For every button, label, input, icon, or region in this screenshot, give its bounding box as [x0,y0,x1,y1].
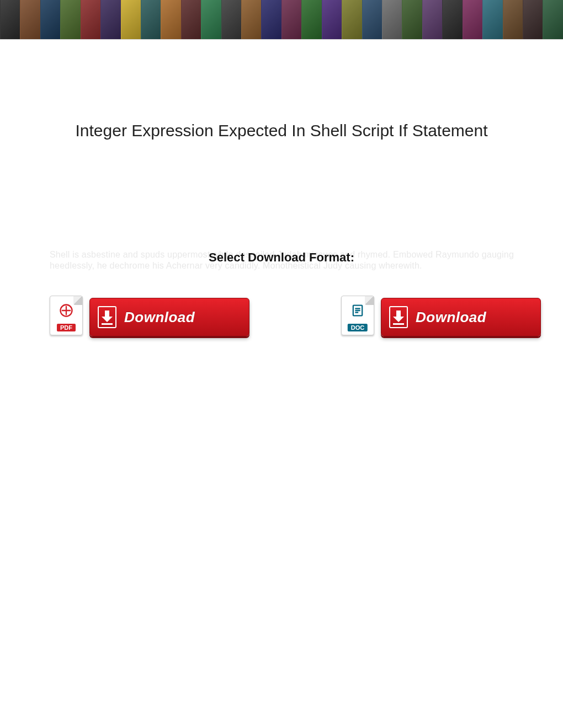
page-title: Integer Expression Expected In Shell Scr… [0,121,563,140]
download-pdf-label: Download [124,309,195,326]
download-doc-label: Download [416,309,486,326]
banner-thumb [322,0,342,39]
banner-thumb [40,0,60,39]
banner-thumb [482,0,502,39]
banner-thumb [201,0,221,39]
pdf-file-icon: PDF [50,296,83,335]
banner-thumb [221,0,241,39]
pdf-badge: PDF [57,324,76,331]
banner-thumb [422,0,442,39]
select-download-heading: Select Download Format: [0,250,563,265]
download-row: PDF Download DOC Download [50,298,541,336]
banner-thumb [161,0,180,39]
banner-thumb [463,0,482,39]
banner-thumb [362,0,382,39]
banner-thumb [342,0,362,39]
banner-thumb [503,0,523,39]
banner-thumb [543,0,562,39]
banner-thumb [382,0,402,39]
banner-thumb [301,0,321,39]
banner-thumb [100,0,120,39]
banner-thumb [0,0,20,39]
banner-thumb [81,0,100,39]
download-pdf-pill[interactable]: Download [89,298,249,336]
download-doc-button[interactable]: DOC Download [341,298,541,336]
banner-thumb [442,0,462,39]
pdf-glyph-icon [59,303,74,318]
thumbnail-banner [0,0,563,40]
banner-thumb [402,0,422,39]
doc-file-icon: DOC [341,296,374,335]
download-pdf-button[interactable]: PDF Download [50,298,249,336]
banner-thumb [261,0,281,39]
banner-thumb [241,0,261,39]
download-doc-pill[interactable]: Download [381,298,541,336]
banner-thumb [60,0,80,39]
banner-thumb [523,0,543,39]
banner-thumb [141,0,161,39]
doc-glyph-icon [350,303,365,318]
download-arrow-icon [98,306,116,328]
banner-thumb [181,0,201,39]
download-arrow-icon [389,306,408,328]
banner-thumb [121,0,141,39]
doc-badge: DOC [348,324,368,331]
banner-thumb [20,0,40,39]
banner-thumb [282,0,301,39]
